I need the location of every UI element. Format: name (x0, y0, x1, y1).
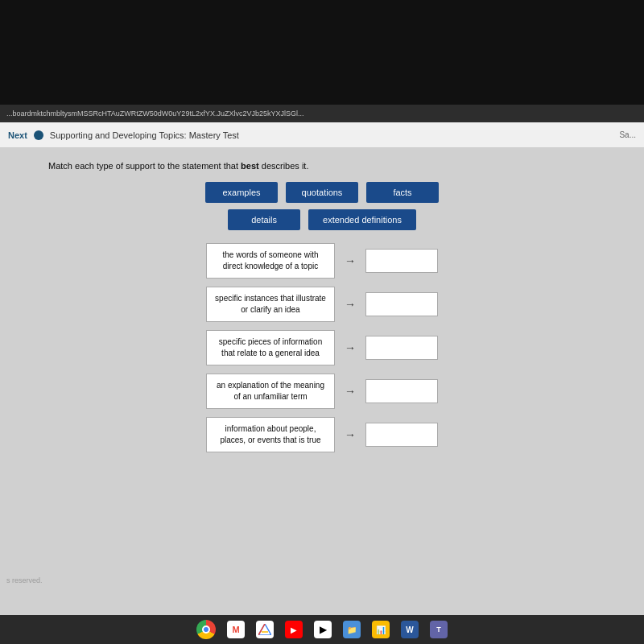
playstore-icon[interactable]: ▶ (314, 621, 332, 638)
description-box-4: an explanation of the meaning of an unfa… (206, 374, 335, 409)
answer-box-1[interactable] (365, 249, 438, 273)
answer-box-2[interactable] (365, 292, 438, 316)
arrow-4: → (345, 385, 356, 398)
instruction-text-prefix: Match each type of support to the statem… (48, 161, 241, 171)
page-title: Supporting and Developing Topics: Master… (50, 130, 613, 140)
match-row-1: the words of someone with direct knowled… (206, 243, 438, 279)
arrow-5: → (345, 428, 356, 441)
buttons-row-1: examples quotations facts (205, 182, 439, 203)
slides-icon[interactable]: 📊 (372, 621, 390, 638)
answer-box-3[interactable] (365, 336, 438, 360)
quotations-button[interactable]: quotations (286, 182, 358, 203)
drive-icon[interactable] (256, 621, 274, 638)
description-box-3: specific pieces of information that rela… (206, 330, 335, 365)
nav-bar: Next Supporting and Developing Topics: M… (0, 122, 644, 148)
facts-button[interactable]: facts (366, 182, 439, 203)
answer-box-4[interactable] (365, 379, 438, 403)
url-bar: ...boardmktchmbltysmMSSRcHTAuZWRtZW50dW0… (6, 109, 303, 118)
answer-box-5[interactable] (365, 423, 438, 447)
save-label: Sa... (619, 130, 636, 139)
gmail-icon[interactable]: M (227, 621, 245, 638)
svg-line-2 (258, 624, 265, 635)
buttons-container: examples quotations facts details extend… (16, 182, 628, 230)
match-row-4: an explanation of the meaning of an unfa… (206, 374, 438, 409)
top-black-region (0, 0, 644, 105)
description-box-1: the words of someone with direct knowled… (206, 243, 335, 279)
teams-icon[interactable]: T (430, 621, 448, 638)
match-row-3: specific pieces of information that rela… (206, 330, 438, 365)
chrome-icon[interactable] (196, 620, 216, 639)
svg-marker-0 (258, 624, 271, 635)
matching-area: the words of someone with direct knowled… (16, 243, 628, 452)
youtube-icon[interactable]: ▶ (285, 621, 303, 638)
match-row-5: information about people, places, or eve… (206, 417, 438, 452)
instruction: Match each type of support to the statem… (16, 161, 628, 171)
arrow-2: → (345, 298, 356, 311)
description-box-2: specific instances that illustrate or cl… (206, 287, 335, 322)
reserved-text: s reserved. (6, 576, 43, 584)
instruction-text-suffix: describes it. (259, 161, 309, 171)
examples-button[interactable]: examples (205, 182, 278, 203)
description-box-5: information about people, places, or eve… (206, 417, 335, 452)
files-icon[interactable]: 📁 (343, 621, 361, 638)
taskbar: M ▶ ▶ 📁 📊 W T (0, 615, 644, 644)
arrow-3: → (345, 341, 356, 354)
word-icon[interactable]: W (401, 621, 419, 638)
arrow-1: → (345, 254, 356, 267)
main-content: Match each type of support to the statem… (0, 148, 644, 615)
buttons-row-2: details extended definitions (228, 209, 416, 230)
extended-definitions-button[interactable]: extended definitions (308, 209, 416, 230)
details-button[interactable]: details (228, 209, 300, 230)
next-label[interactable]: Next (8, 130, 27, 140)
nav-indicator (34, 130, 43, 140)
match-row-2: specific instances that illustrate or cl… (206, 287, 438, 322)
browser-bar: ...boardmktchmbltysmMSSRcHTAuZWRtZW50dW0… (0, 105, 644, 122)
instruction-bold: best (241, 161, 259, 171)
